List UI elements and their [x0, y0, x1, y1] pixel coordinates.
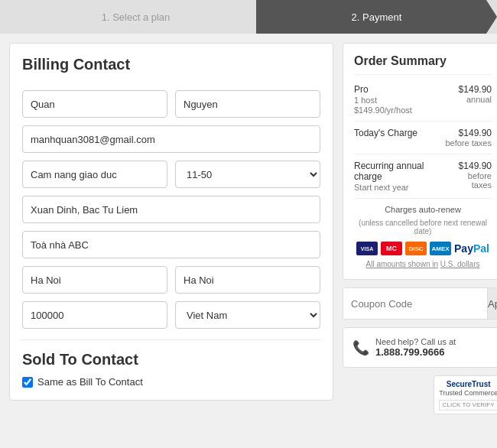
charges-auto: Charges auto-renew	[354, 205, 492, 214]
email-row	[22, 125, 320, 153]
city-input[interactable]	[22, 266, 167, 294]
help-text: Need help? Call us at	[375, 337, 456, 346]
phone-icon: 📞	[352, 339, 369, 356]
main-content: Billing Contact 11-50 1-10 51-200 201-50…	[0, 34, 497, 424]
same-as-bill-label: Same as Bill To Contact	[37, 376, 143, 388]
recurring-sub: Start next year	[354, 183, 448, 192]
address2-row	[22, 231, 320, 258]
order-summary-box: Order Summary Pro 1 host $149.90/yr/host…	[343, 43, 497, 280]
plan-divider	[354, 121, 492, 122]
today-divider	[354, 154, 492, 154]
zip-country-row: Viet Nam United States United Kingdom Au…	[22, 301, 320, 329]
coupon-box: Apply	[343, 287, 497, 320]
today-amount: $149.90	[445, 128, 492, 138]
same-as-bill-row: Same as Bill To Contact	[22, 376, 320, 388]
secure-trust-badge[interactable]: SecureTrust Trusted Commerce CLICK TO VE…	[434, 375, 497, 414]
zip-input[interactable]	[22, 301, 167, 329]
company-input[interactable]	[22, 161, 167, 188]
billing-contact-title: Billing Contact	[22, 56, 320, 80]
email-input[interactable]	[22, 125, 320, 153]
secure-trust-verify: CLICK TO VERIFY	[439, 400, 497, 411]
name-row	[22, 90, 320, 118]
state-input[interactable]	[175, 266, 320, 294]
right-panel: Order Summary Pro 1 host $149.90/yr/host…	[343, 43, 497, 414]
sold-to-title: Sold To Contact	[22, 351, 320, 368]
coupon-input[interactable]	[343, 288, 487, 319]
country-select[interactable]: Viet Nam United States United Kingdom Au…	[175, 301, 320, 329]
last-name-input[interactable]	[175, 90, 320, 118]
recurring-label: Recurring annual charge	[354, 161, 448, 182]
steps-bar: 1. Select a plan 2. Payment	[0, 0, 497, 34]
address1-row	[22, 196, 320, 223]
company-size-select[interactable]: 11-50 1-10 51-200 201-500 500+	[175, 161, 320, 188]
city-state-row	[22, 266, 320, 294]
secure-trust-title: SecureTrust	[439, 379, 497, 389]
step-1[interactable]: 1. Select a plan	[0, 0, 256, 34]
charges-note: (unless cancelled before next renewal da…	[354, 219, 492, 235]
secure-trust-subtitle: Trusted Commerce	[439, 389, 497, 398]
plan-price-detail: $149.90/yr/host	[354, 106, 412, 115]
amex-icon: AMEX	[430, 242, 451, 255]
today-row: Today's Charge $149.90 before taxes	[354, 128, 492, 148]
section-divider	[22, 339, 320, 340]
help-box: 📞 Need help? Call us at 1.888.799.9666	[343, 327, 497, 368]
step-2[interactable]: 2. Payment	[256, 0, 497, 34]
step-1-label: 1. Select a plan	[102, 11, 171, 23]
recurring-amount: $149.90	[448, 161, 492, 171]
apply-button[interactable]: Apply	[487, 288, 497, 319]
plan-hosts: 1 host	[354, 96, 412, 105]
recurring-note: before taxes	[448, 171, 492, 190]
company-row: 11-50 1-10 51-200 201-500 500+	[22, 161, 320, 188]
same-as-bill-checkbox[interactable]	[22, 377, 33, 388]
address1-input[interactable]	[22, 196, 320, 223]
left-panel: Billing Contact 11-50 1-10 51-200 201-50…	[9, 43, 333, 401]
paypal-icon: PayPal	[454, 242, 489, 255]
today-note: before taxes	[445, 138, 492, 148]
usd-note: All amounts shown in U.S. dollars	[354, 260, 492, 268]
mastercard-icon: MC	[381, 242, 402, 255]
order-summary-title: Order Summary	[354, 54, 492, 75]
plan-price: $149.90	[459, 84, 492, 95]
payment-icons: VISA MC DISC AMEX PayPal	[354, 242, 492, 255]
first-name-input[interactable]	[22, 90, 167, 118]
today-label: Today's Charge	[354, 128, 417, 148]
recurring-divider	[354, 198, 492, 199]
visa-icon: VISA	[356, 242, 378, 255]
plan-period: annual	[459, 95, 492, 104]
usd-currency: U.S. dollars	[440, 260, 480, 268]
plan-name: Pro	[354, 84, 412, 95]
discover-icon: DISC	[405, 242, 427, 255]
step-2-label: 2. Payment	[352, 11, 402, 23]
secure-badge: SecureTrust Trusted Commerce CLICK TO VE…	[343, 375, 497, 414]
recurring-row: Recurring annual charge Start next year …	[354, 161, 492, 192]
plan-row: Pro 1 host $149.90/yr/host $149.90 annua…	[354, 84, 492, 115]
help-phone: 1.888.799.9666	[375, 346, 456, 358]
address2-input[interactable]	[22, 231, 320, 258]
